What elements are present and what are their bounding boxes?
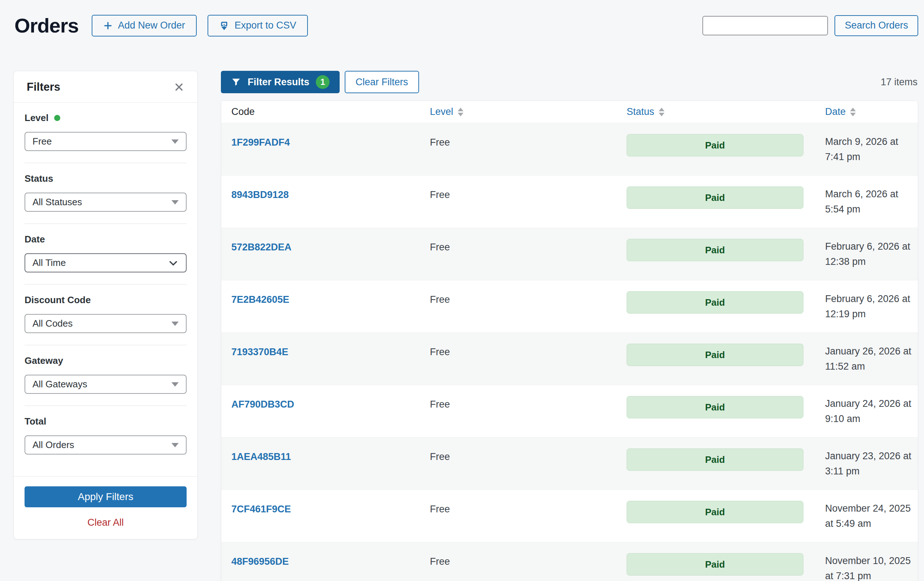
- filter-section-label: Status: [25, 173, 53, 184]
- filter-select[interactable]: Free: [25, 132, 186, 151]
- column-header-code: Code: [231, 106, 430, 118]
- column-header-date[interactable]: Date: [825, 106, 918, 118]
- status-cell: Paid: [627, 542, 825, 581]
- filter-select[interactable]: All Codes: [25, 314, 186, 333]
- status-badge: Paid: [627, 449, 804, 471]
- filters-title: Filters: [27, 81, 60, 94]
- filter-select-value: All Codes: [33, 318, 73, 329]
- code-cell: 1AEA485B11: [231, 437, 430, 490]
- code-cell: AF790DB3CD: [231, 385, 430, 437]
- code-cell: 572B822DEA: [231, 228, 430, 280]
- page-header: Orders Add New Order Export to CSV Searc…: [15, 14, 918, 37]
- filter-section-label-row: Status: [25, 173, 186, 184]
- sort-icon: [659, 108, 665, 116]
- clear-all-link[interactable]: Clear All: [25, 517, 186, 528]
- status-badge: Paid: [627, 291, 804, 314]
- filter-section-label-row: Discount Code: [25, 295, 186, 306]
- plus-icon: [103, 21, 112, 30]
- clear-filters-button[interactable]: Clear Filters: [345, 71, 419, 93]
- status-badge: Paid: [627, 344, 804, 366]
- status-cell: Paid: [627, 333, 825, 385]
- column-header-status[interactable]: Status: [627, 106, 825, 118]
- filter-section-label: Date: [25, 234, 45, 245]
- order-code-link[interactable]: 1AEA485B11: [231, 451, 291, 462]
- dropdown-triangle-icon: [172, 382, 179, 387]
- level-cell: Free: [430, 490, 627, 542]
- date-cell: January 24, 2026 at 9:10 am: [825, 385, 914, 437]
- status-cell: Paid: [627, 228, 825, 280]
- add-new-order-button[interactable]: Add New Order: [92, 15, 197, 36]
- level-cell: Free: [430, 280, 627, 333]
- table-row: 8943BD9128 Free Paid March 6, 2026 at 5:…: [221, 175, 918, 228]
- filter-select-value: All Orders: [33, 439, 74, 450]
- filter-results-label: Filter Results: [248, 76, 309, 88]
- order-code-link[interactable]: 7193370B4E: [231, 346, 289, 358]
- order-code-link[interactable]: 7CF461F9CE: [231, 504, 291, 515]
- order-code-link[interactable]: 8943BD9128: [231, 189, 289, 200]
- table-row: 572B822DEA Free Paid February 6, 2026 at…: [221, 228, 918, 280]
- orders-table: Code Level Status Date: [221, 101, 918, 581]
- filter-section-label: Level: [25, 113, 49, 124]
- filter-section-label-row: Total: [25, 416, 186, 427]
- page-title: Orders: [15, 14, 79, 37]
- status-badge: Paid: [627, 396, 804, 419]
- dropdown-triangle-icon: [172, 443, 179, 447]
- filter-select[interactable]: All Time: [25, 253, 186, 272]
- sort-icon: [850, 108, 856, 116]
- filter-count-badge: 1: [316, 75, 330, 89]
- date-cell: November 10, 2025 at 7:31 pm: [825, 542, 914, 581]
- code-cell: 7193370B4E: [231, 333, 430, 385]
- table-row: 48F96956DE Free Paid November 10, 2025 a…: [221, 542, 918, 581]
- funnel-icon: [231, 77, 241, 87]
- chevron-down-icon: [168, 258, 179, 268]
- filter-select[interactable]: All Statuses: [25, 193, 186, 212]
- filter-select[interactable]: All Gateways: [25, 375, 186, 394]
- table-row: 7CF461F9CE Free Paid November 24, 2025 a…: [221, 490, 918, 542]
- filter-select[interactable]: All Orders: [25, 435, 186, 455]
- order-code-link[interactable]: 1F299FADF4: [231, 137, 290, 148]
- order-code-link[interactable]: 572B822DEA: [231, 242, 292, 253]
- status-badge: Paid: [627, 187, 804, 209]
- level-cell: Free: [430, 228, 627, 280]
- filter-section-label-row: Level: [25, 113, 186, 124]
- filters-panel-header: Filters: [14, 71, 198, 102]
- level-cell: Free: [430, 333, 627, 385]
- export-to-csv-label: Export to CSV: [234, 20, 296, 31]
- orders-admin-page: Orders Add New Order Export to CSV Searc…: [0, 0, 924, 581]
- order-code-link[interactable]: 48F96956DE: [231, 556, 289, 567]
- table-row: 7193370B4E Free Paid January 26, 2026 at…: [221, 333, 918, 385]
- filter-select-value: All Time: [33, 257, 66, 268]
- table-row: 1F299FADF4 Free Paid March 9, 2026 at 7:…: [221, 123, 918, 175]
- status-cell: Paid: [627, 175, 825, 228]
- table-row: 1AEA485B11 Free Paid January 23, 2026 at…: [221, 437, 918, 490]
- date-cell: March 6, 2026 at 5:54 pm: [825, 175, 914, 228]
- column-header-level[interactable]: Level: [430, 106, 627, 118]
- search-input[interactable]: [702, 16, 828, 35]
- status-badge: Paid: [627, 239, 804, 261]
- status-cell: Paid: [627, 280, 825, 333]
- date-cell: March 9, 2026 at 7:41 pm: [825, 123, 914, 175]
- filter-section: Level Free: [25, 103, 186, 163]
- filter-section-label: Gateway: [25, 355, 63, 366]
- order-code-link[interactable]: AF790DB3CD: [231, 399, 294, 410]
- export-to-csv-button[interactable]: Export to CSV: [208, 15, 308, 36]
- filter-results-button[interactable]: Filter Results 1: [221, 71, 340, 93]
- order-code-link[interactable]: 7E2B42605E: [231, 294, 289, 305]
- status-badge: Paid: [627, 553, 804, 576]
- level-cell: Free: [430, 385, 627, 437]
- close-icon[interactable]: [173, 81, 185, 93]
- table-row: AF790DB3CD Free Paid January 24, 2026 at…: [221, 385, 918, 437]
- filter-select-value: All Gateways: [33, 379, 87, 390]
- status-cell: Paid: [627, 437, 825, 490]
- apply-filters-button[interactable]: Apply Filters: [25, 486, 186, 507]
- filter-section: Total All Orders: [25, 406, 186, 466]
- dropdown-triangle-icon: [172, 200, 179, 205]
- code-cell: 48F96956DE: [231, 542, 430, 581]
- status-cell: Paid: [627, 490, 825, 542]
- filter-section: Discount Code All Codes: [25, 285, 186, 346]
- search-orders-button[interactable]: Search Orders: [835, 15, 918, 36]
- export-icon: [219, 21, 229, 31]
- filter-section-label: Discount Code: [25, 295, 91, 306]
- date-cell: February 6, 2026 at 12:19 pm: [825, 280, 914, 333]
- items-count: 17 items: [881, 76, 917, 88]
